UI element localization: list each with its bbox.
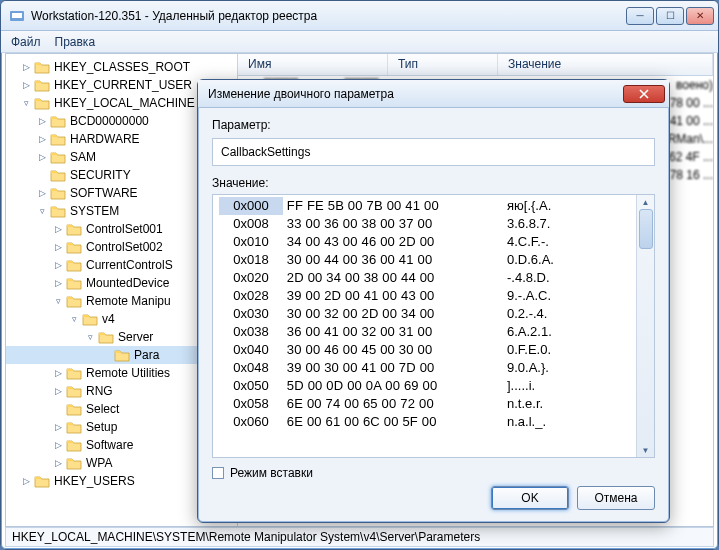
tree-twisty-icon[interactable]: ▷ [36, 188, 48, 198]
hex-ascii[interactable]: 6.A.2.1. [507, 323, 636, 341]
hex-ascii[interactable]: 0.2.-.4. [507, 305, 636, 323]
hex-bytes[interactable]: 34 00 43 00 46 00 2D 00 [283, 233, 507, 251]
hex-bytes[interactable]: 39 00 2D 00 41 00 43 00 [283, 287, 507, 305]
window-title: Workstation-120.351 - Удаленный редактор… [31, 9, 626, 23]
hex-row[interactable]: 0x058 6E 00 74 00 65 00 72 00 n.t.e.r. [219, 395, 636, 413]
insert-mode-checkbox[interactable] [212, 467, 224, 479]
menu-edit[interactable]: Правка [55, 35, 96, 49]
hex-row[interactable]: 0x000 FF FE 5B 00 7B 00 41 00 яю[.{.A. [219, 197, 636, 215]
app-icon [9, 8, 25, 24]
hex-scrollbar[interactable]: ▲ ▼ [636, 195, 654, 457]
hex-row[interactable]: 0x050 5D 00 0D 00 0A 00 69 00 ].....i. [219, 377, 636, 395]
tree-twisty-icon[interactable]: ▿ [68, 314, 80, 324]
param-name-field[interactable]: CallbackSettings [212, 138, 655, 166]
hex-bytes[interactable]: 30 00 44 00 36 00 41 00 [283, 251, 507, 269]
tree-twisty-icon[interactable]: ▷ [52, 224, 64, 234]
hex-row[interactable]: 0x010 34 00 43 00 46 00 2D 00 4.C.F.-. [219, 233, 636, 251]
scroll-down-icon[interactable]: ▼ [637, 443, 654, 457]
tree-twisty-icon[interactable]: ▿ [36, 206, 48, 216]
hex-bytes[interactable]: 36 00 41 00 32 00 31 00 [283, 323, 507, 341]
ok-button[interactable]: OK [491, 486, 569, 510]
menu-file[interactable]: Файл [11, 35, 41, 49]
hex-offset: 0x058 [219, 395, 283, 413]
hex-row[interactable]: 0x028 39 00 2D 00 41 00 43 00 9.-.A.C. [219, 287, 636, 305]
hex-row[interactable]: 0x048 39 00 30 00 41 00 7D 00 9.0.A.}. [219, 359, 636, 377]
tree-twisty-icon[interactable]: ▷ [52, 278, 64, 288]
hex-ascii[interactable]: яю[.{.A. [507, 197, 636, 215]
hex-bytes[interactable]: 33 00 36 00 38 00 37 00 [283, 215, 507, 233]
tree-twisty-icon[interactable]: ▿ [20, 98, 32, 108]
hex-bytes[interactable]: FF FE 5B 00 7B 00 41 00 [283, 197, 507, 215]
tree-node-label: HARDWARE [70, 132, 140, 146]
scroll-thumb[interactable] [639, 209, 653, 249]
dialog-titlebar[interactable]: Изменение двоичного параметра [198, 80, 669, 108]
tree-node-label: Setup [86, 420, 117, 434]
hex-ascii[interactable]: n.a.l._. [507, 413, 636, 431]
hex-ascii[interactable]: ].....i. [507, 377, 636, 395]
hex-bytes[interactable]: 5D 00 0D 00 0A 00 69 00 [283, 377, 507, 395]
tree-twisty-icon[interactable]: ▷ [36, 134, 48, 144]
tree-node[interactable]: ▷HKEY_CLASSES_ROOT [6, 58, 237, 76]
close-button[interactable]: ✕ [686, 7, 714, 25]
hex-row[interactable]: 0x038 36 00 41 00 32 00 31 00 6.A.2.1. [219, 323, 636, 341]
hex-bytes[interactable]: 6E 00 74 00 65 00 72 00 [283, 395, 507, 413]
hex-row[interactable]: 0x060 6E 00 61 00 6C 00 5F 00 n.a.l._. [219, 413, 636, 431]
minimize-button[interactable]: ─ [626, 7, 654, 25]
folder-icon [66, 366, 82, 380]
hex-bytes[interactable]: 30 00 32 00 2D 00 34 00 [283, 305, 507, 323]
tree-node-label: ControlSet002 [86, 240, 163, 254]
col-value[interactable]: Значение [498, 54, 713, 75]
tree-twisty-icon[interactable]: ▿ [84, 332, 96, 342]
tree-twisty-icon[interactable]: ▷ [52, 422, 64, 432]
tree-twisty-icon[interactable]: ▷ [20, 476, 32, 486]
hex-bytes[interactable]: 30 00 46 00 45 00 30 00 [283, 341, 507, 359]
tree-twisty-icon[interactable]: ▿ [52, 296, 64, 306]
hex-ascii[interactable]: -.4.8.D. [507, 269, 636, 287]
scroll-up-icon[interactable]: ▲ [637, 195, 654, 209]
col-name[interactable]: Имя [238, 54, 388, 75]
folder-icon [50, 150, 66, 164]
hex-ascii[interactable]: n.t.e.r. [507, 395, 636, 413]
hex-ascii[interactable]: 9.-.A.C. [507, 287, 636, 305]
tree-twisty-icon[interactable]: ▷ [52, 260, 64, 270]
tree-twisty-icon[interactable]: ▷ [20, 62, 32, 72]
maximize-button[interactable]: ☐ [656, 7, 684, 25]
tree-twisty-icon[interactable]: ▷ [52, 242, 64, 252]
tree-twisty-icon[interactable]: ▷ [52, 458, 64, 468]
menubar: Файл Правка [1, 31, 718, 53]
cancel-button[interactable]: Отмена [577, 486, 655, 510]
hex-offset: 0x000 [219, 197, 283, 215]
hex-offset: 0x018 [219, 251, 283, 269]
tree-twisty-icon[interactable]: ▷ [36, 152, 48, 162]
col-type[interactable]: Тип [388, 54, 498, 75]
hex-ascii[interactable]: 0.F.E.0. [507, 341, 636, 359]
folder-icon [82, 312, 98, 326]
hex-row[interactable]: 0x030 30 00 32 00 2D 00 34 00 0.2.-.4. [219, 305, 636, 323]
hex-row[interactable]: 0x018 30 00 44 00 36 00 41 00 0.D.6.A. [219, 251, 636, 269]
titlebar[interactable]: Workstation-120.351 - Удаленный редактор… [1, 1, 718, 31]
hex-editor[interactable]: 0x000 FF FE 5B 00 7B 00 41 00 яю[.{.A.0x… [212, 194, 655, 458]
hex-row[interactable]: 0x020 2D 00 34 00 38 00 44 00 -.4.8.D. [219, 269, 636, 287]
hex-ascii[interactable]: 9.0.A.}. [507, 359, 636, 377]
hex-offset: 0x060 [219, 413, 283, 431]
tree-node-label: RNG [86, 384, 113, 398]
dialog-close-button[interactable] [623, 85, 665, 103]
tree-twisty-icon[interactable]: ▷ [20, 80, 32, 90]
hex-bytes[interactable]: 2D 00 34 00 38 00 44 00 [283, 269, 507, 287]
tree-twisty-icon[interactable]: ▷ [52, 386, 64, 396]
folder-icon [66, 384, 82, 398]
folder-icon [34, 78, 50, 92]
folder-icon [66, 276, 82, 290]
hex-ascii[interactable]: 4.C.F.-. [507, 233, 636, 251]
folder-icon [34, 474, 50, 488]
tree-node-label: HKEY_CURRENT_USER [54, 78, 192, 92]
hex-ascii[interactable]: 3.6.8.7. [507, 215, 636, 233]
hex-ascii[interactable]: 0.D.6.A. [507, 251, 636, 269]
tree-twisty-icon[interactable]: ▷ [36, 116, 48, 126]
hex-row[interactable]: 0x040 30 00 46 00 45 00 30 00 0.F.E.0. [219, 341, 636, 359]
hex-bytes[interactable]: 39 00 30 00 41 00 7D 00 [283, 359, 507, 377]
tree-twisty-icon[interactable]: ▷ [52, 368, 64, 378]
hex-bytes[interactable]: 6E 00 61 00 6C 00 5F 00 [283, 413, 507, 431]
hex-row[interactable]: 0x008 33 00 36 00 38 00 37 00 3.6.8.7. [219, 215, 636, 233]
tree-twisty-icon[interactable]: ▷ [52, 440, 64, 450]
